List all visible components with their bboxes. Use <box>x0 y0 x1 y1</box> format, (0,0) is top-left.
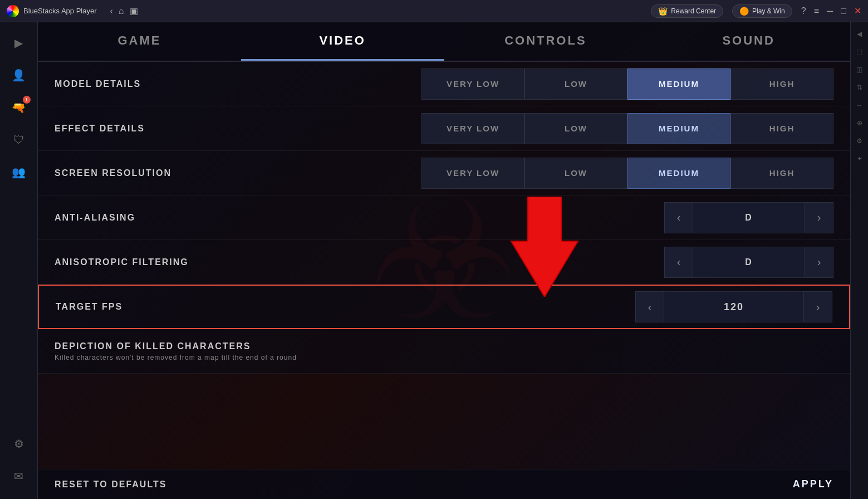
sidebar-item-user[interactable]: 👤 <box>5 61 33 89</box>
user-icon: 👤 <box>12 69 26 82</box>
setting-anisotropic-filtering: ANISOTROPIC FILTERING ‹ D › <box>38 240 850 285</box>
gun-icon: 🔫 <box>12 101 26 114</box>
play-icon: ▶ <box>14 36 23 50</box>
screen-resolution-options: VERY LOW LOW MEDIUM HIGH <box>421 158 833 189</box>
reward-label: Reward Center <box>671 7 716 15</box>
sidebar-item-play[interactable]: ▶ <box>5 29 33 57</box>
home-icon[interactable]: ⌂ <box>119 6 124 16</box>
right-sidebar: ◀ ⬚ ◫ ⇅ ↔ ⊕ ⚙ ✦ <box>850 22 868 499</box>
model-details-options: VERY LOW LOW MEDIUM HIGH <box>421 69 833 100</box>
right-sidebar-item-2[interactable]: ◫ <box>852 62 867 77</box>
right-sidebar-item-3[interactable]: ⇅ <box>852 80 867 95</box>
target-fps-value: 120 <box>664 291 803 322</box>
content-area: ☣ GAME VIDEO CONTROLS SOUND MODEL DETAIL… <box>38 22 850 499</box>
sidebar-item-group[interactable]: 👥 <box>5 158 33 186</box>
setting-effect-details: EFFECT DETAILS VERY LOW LOW MEDIUM HIGH <box>38 106 850 151</box>
model-details-label: MODEL DETAILS <box>55 79 421 89</box>
anisotropic-filtering-next[interactable]: › <box>805 247 833 278</box>
mail-icon: ✉ <box>14 469 23 483</box>
effect-details-high[interactable]: HIGH <box>730 113 833 144</box>
apply-button[interactable]: APPLY <box>793 478 833 490</box>
sidebar-item-gun[interactable]: 🔫 1 <box>5 94 33 121</box>
window-controls: ? ≡ ─ □ ✕ <box>801 6 861 16</box>
model-details-low[interactable]: LOW <box>524 69 627 100</box>
effect-details-label: EFFECT DETAILS <box>55 124 421 134</box>
sidebar-item-gear[interactable]: ⚙ <box>5 430 33 458</box>
left-sidebar: ▶ 👤 🔫 1 🛡 👥 ⚙ ✉ <box>0 22 38 499</box>
anti-aliasing-prev[interactable]: ‹ <box>664 202 693 233</box>
sidebar-item-mail[interactable]: ✉ <box>5 462 33 490</box>
setting-model-details: MODEL DETAILS VERY LOW LOW MEDIUM HIGH <box>38 62 850 106</box>
settings-content: MODEL DETAILS VERY LOW LOW MEDIUM HIGH E… <box>38 62 850 469</box>
depiction-label: DEPICTION OF KILLED CHARACTERS Killed ch… <box>55 341 833 361</box>
reset-defaults-button[interactable]: RESET TO DEFAULTS <box>55 480 166 490</box>
titlebar: BlueStacks App Player ‹ ⌂ ▣ 👑 Reward Cen… <box>0 0 868 22</box>
minimize-icon[interactable]: ─ <box>827 6 833 16</box>
effect-details-low[interactable]: LOW <box>524 113 627 144</box>
anisotropic-filtering-label: ANISOTROPIC FILTERING <box>55 257 622 267</box>
windows-icon[interactable]: ▣ <box>130 6 138 16</box>
crown-icon: 👑 <box>658 7 668 16</box>
setting-target-fps: TARGET FPS ‹ 120 › <box>38 285 850 329</box>
effect-details-options: VERY LOW LOW MEDIUM HIGH <box>421 113 833 144</box>
screen-resolution-high[interactable]: HIGH <box>730 158 833 189</box>
setting-anti-aliasing: ANTI-ALIASING ‹ D › <box>38 195 850 240</box>
target-fps-prev[interactable]: ‹ <box>635 291 664 322</box>
titlebar-right: 👑 Reward Center 🟠 Play & Win ? ≡ ─ □ ✕ <box>651 4 861 18</box>
restore-icon[interactable]: □ <box>841 6 846 16</box>
bottom-bar: RESET TO DEFAULTS APPLY <box>38 469 850 499</box>
reward-center-button[interactable]: 👑 Reward Center <box>651 4 723 18</box>
tab-controls[interactable]: CONTROLS <box>444 22 648 61</box>
target-fps-next[interactable]: › <box>803 291 832 322</box>
circle-icon: 🟠 <box>739 7 749 16</box>
right-sidebar-item-4[interactable]: ↔ <box>852 98 867 112</box>
group-icon: 👥 <box>12 165 26 179</box>
right-sidebar-item-0[interactable]: ◀ <box>852 27 867 41</box>
anisotropic-filtering-control: ‹ D › <box>622 247 833 278</box>
titlebar-left: BlueStacks App Player ‹ ⌂ ▣ <box>7 5 138 17</box>
tab-video[interactable]: VIDEO <box>241 22 444 61</box>
target-fps-control: ‹ 120 › <box>621 291 832 322</box>
main-layout: ▶ 👤 🔫 1 🛡 👥 ⚙ ✉ ☣ GAME <box>0 22 868 499</box>
close-icon[interactable]: ✕ <box>854 6 861 16</box>
titlebar-nav: ‹ ⌂ ▣ <box>110 6 138 16</box>
help-icon[interactable]: ? <box>801 6 806 16</box>
sidebar-item-shield[interactable]: 🛡 <box>5 126 33 154</box>
model-details-very-low[interactable]: VERY LOW <box>421 69 524 100</box>
back-icon[interactable]: ‹ <box>110 6 113 16</box>
app-title: BlueStacks App Player <box>23 7 97 15</box>
playnwin-label: Play & Win <box>752 7 785 15</box>
shield-icon: 🛡 <box>13 134 24 146</box>
effect-details-very-low[interactable]: VERY LOW <box>421 113 524 144</box>
anisotropic-filtering-prev[interactable]: ‹ <box>664 247 693 278</box>
model-details-high[interactable]: HIGH <box>730 69 833 100</box>
effect-details-medium[interactable]: MEDIUM <box>627 113 730 144</box>
setting-depiction: DEPICTION OF KILLED CHARACTERS Killed ch… <box>38 329 850 374</box>
anti-aliasing-label: ANTI-ALIASING <box>55 213 622 223</box>
anti-aliasing-control: ‹ D › <box>622 202 833 233</box>
gear-icon: ⚙ <box>14 437 24 451</box>
settings-tabs: GAME VIDEO CONTROLS SOUND <box>38 22 850 62</box>
right-sidebar-item-1[interactable]: ⬚ <box>852 45 867 59</box>
right-sidebar-item-5[interactable]: ⊕ <box>852 116 867 130</box>
setting-screen-resolution: SCREEN RESOLUTION VERY LOW LOW MEDIUM HI… <box>38 151 850 195</box>
anti-aliasing-next[interactable]: › <box>805 202 833 233</box>
model-details-medium[interactable]: MEDIUM <box>627 69 730 100</box>
anisotropic-filtering-value: D <box>693 247 805 278</box>
menu-icon[interactable]: ≡ <box>814 6 819 16</box>
right-sidebar-item-6[interactable]: ⚙ <box>852 134 867 148</box>
screen-resolution-label: SCREEN RESOLUTION <box>55 168 421 178</box>
right-sidebar-item-7[interactable]: ✦ <box>852 151 867 166</box>
tab-game[interactable]: GAME <box>38 22 241 61</box>
screen-resolution-very-low[interactable]: VERY LOW <box>421 158 524 189</box>
tab-sound[interactable]: SOUND <box>647 22 850 61</box>
screen-resolution-medium[interactable]: MEDIUM <box>627 158 730 189</box>
play-win-button[interactable]: 🟠 Play & Win <box>732 4 792 18</box>
depiction-sublabel: Killed characters won't be removed from … <box>55 354 833 361</box>
screen-resolution-low[interactable]: LOW <box>524 158 627 189</box>
target-fps-label: TARGET FPS <box>56 302 621 312</box>
gun-badge: 1 <box>23 96 31 104</box>
bluestacks-logo <box>7 5 19 17</box>
anti-aliasing-value: D <box>693 202 805 233</box>
